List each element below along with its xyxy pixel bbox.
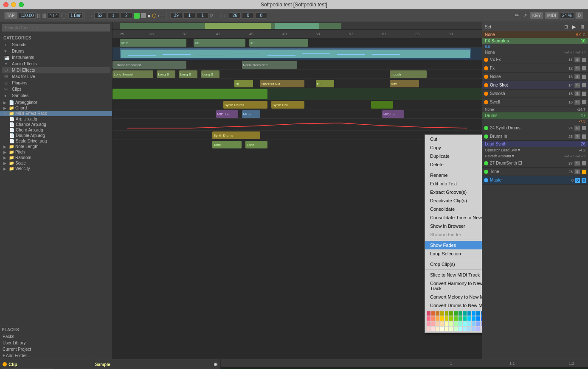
pos2[interactable]: 1 xyxy=(107,12,119,19)
color-swatch[interactable] xyxy=(454,316,458,321)
sidebar-item-audio-effects[interactable]: ✦Audio Effects xyxy=(2,61,110,67)
minimize-button[interactable] xyxy=(11,2,16,7)
track-lane-midi-le[interactable]: MIDI Le Mi Le MIDI Le xyxy=(113,109,482,118)
mixer-record-btn4[interactable] xyxy=(484,83,488,87)
clip-noise-recorded3[interactable]: Noise Recorded xyxy=(242,61,298,69)
cm-consolidate-time[interactable]: Consolidate Time to New Scene xyxy=(425,213,482,222)
close-button[interactable] xyxy=(3,2,8,7)
mixer-dot-1[interactable] xyxy=(582,58,586,62)
color-swatch[interactable] xyxy=(472,316,476,321)
color-swatch[interactable] xyxy=(440,321,444,326)
mixer-dot-6[interactable] xyxy=(582,100,586,104)
tree-item-double-arp[interactable]: 📄Double Arp.adg xyxy=(0,133,112,138)
midi-clip-block[interactable] xyxy=(120,48,471,59)
track-lane-long-swoosh[interactable]: Long Swoosh Long S Long S Long S ...gosh xyxy=(113,70,482,78)
bar-display[interactable]: 1 Bar xyxy=(68,12,83,19)
color-swatch[interactable] xyxy=(454,311,458,316)
color-swatch[interactable] xyxy=(467,327,471,331)
sidebar-item-max-for-live[interactable]: MMax for Live xyxy=(2,73,110,80)
tree-item-chance-arp[interactable]: 📄Chance Arp.adg xyxy=(0,122,112,127)
color-swatch[interactable] xyxy=(431,316,435,321)
sidebar-item-instruments[interactable]: 🎹Instruments xyxy=(2,54,110,61)
clip-gosh[interactable]: ...gosh xyxy=(390,70,427,78)
color-swatch[interactable] xyxy=(436,327,439,331)
color-swatch[interactable] xyxy=(431,321,435,326)
clip-green[interactable] xyxy=(371,101,393,109)
tree-item-midi-effect-rack[interactable]: ▼📁MIDI Effect Rack xyxy=(0,111,112,116)
waveform-area[interactable]: 1 1.1 1.2 1.3 1.4 1.5 1/1 Noise xyxy=(221,359,588,369)
cm-consolidate[interactable]: Consolidate⌘J xyxy=(425,205,482,213)
mixer-record-btn3[interactable] xyxy=(484,75,488,79)
clip-noise-recorded[interactable]: >Bre xyxy=(120,39,186,47)
mixer-btn-1[interactable]: ⊞ xyxy=(563,23,569,30)
mixer-record-btn10[interactable] xyxy=(484,170,488,174)
color-swatch[interactable] xyxy=(481,316,482,321)
cm-convert-harmony[interactable]: Convert Harmony to New MIDI Track xyxy=(425,279,482,293)
color-swatch[interactable] xyxy=(467,311,471,316)
pos1[interactable]: 52 xyxy=(94,12,106,19)
color-swatch[interactable] xyxy=(454,321,458,326)
color-swatch[interactable] xyxy=(454,327,458,331)
sample-expand-icon[interactable]: ⊞ xyxy=(212,361,219,368)
sidebar-item-add-folder[interactable]: + Add Folder... xyxy=(0,352,112,359)
time-sig[interactable]: 4 / 4 xyxy=(48,12,60,19)
mixer-dot-2[interactable] xyxy=(582,66,586,70)
mixer-s-btn5[interactable]: S xyxy=(574,91,580,96)
cm-show-finder[interactable]: Show in Finder xyxy=(425,230,482,239)
mixer-record-btn7[interactable] xyxy=(484,126,488,130)
cm-convert-melody[interactable]: Convert Melody to New MIDI Track xyxy=(425,293,482,301)
clip-midi-le[interactable]: MIDI Le xyxy=(216,110,238,118)
color-swatch[interactable] xyxy=(472,321,476,326)
clip-e[interactable]: >E xyxy=(249,39,308,47)
color-picker[interactable] xyxy=(425,310,482,333)
loop-end[interactable]: 26 xyxy=(229,12,241,19)
color-swatch[interactable] xyxy=(427,327,430,331)
color-swatch[interactable] xyxy=(431,327,435,331)
mixer-s-btn3[interactable]: S xyxy=(574,74,580,79)
color-swatch[interactable] xyxy=(431,311,435,316)
loop-l2[interactable]: 1 xyxy=(197,12,208,19)
loop-e2[interactable]: 0 xyxy=(255,12,267,19)
sidebar-item-plugins[interactable]: ⊕Plug-ins xyxy=(2,80,110,86)
bpm-display[interactable]: 130.00 xyxy=(19,12,36,19)
color-swatch[interactable] xyxy=(459,311,462,316)
sidebar-item-current-project[interactable]: Current Project xyxy=(0,346,112,352)
tree-item-scale[interactable]: ▶📁Scale xyxy=(0,160,112,166)
tree-item-note-length[interactable]: ▶📁Note Length xyxy=(0,144,112,149)
overview-bar[interactable] xyxy=(113,22,482,30)
track-lane-hi[interactable]: HI Reverse Cla HI Rev xyxy=(113,79,482,88)
mixer-dot-3[interactable] xyxy=(582,75,586,79)
color-swatch[interactable] xyxy=(440,316,444,321)
color-swatch[interactable] xyxy=(440,327,444,331)
sidebar-item-sounds[interactable]: ♪Sounds xyxy=(2,42,110,48)
mixer-s-btn10[interactable]: S xyxy=(574,169,580,174)
color-swatch[interactable] xyxy=(449,311,453,316)
track-lane-green-midi[interactable] xyxy=(113,88,482,100)
tree-item-random[interactable]: ▶📁Random xyxy=(0,155,112,160)
clip-reverse-cla[interactable]: Reverse Cla xyxy=(260,80,304,87)
back-btn[interactable]: ⟵ xyxy=(158,13,165,19)
tree-item-chord[interactable]: ▶📁Chord xyxy=(0,105,112,111)
clip-noise-recorded2[interactable]: ...Noise Recorded xyxy=(113,61,186,69)
tree-item-chord-arp[interactable]: 📄Chord Arp.adg xyxy=(0,127,112,133)
clip-hi[interactable]: HI xyxy=(234,80,253,87)
clip-d[interactable]: >D xyxy=(194,39,245,47)
green-midi-clip[interactable] xyxy=(113,89,267,99)
mixer-record-btn[interactable] xyxy=(484,58,488,62)
clip-long-sw4[interactable]: Long S xyxy=(201,70,220,78)
color-swatch[interactable] xyxy=(440,311,444,316)
color-swatch[interactable] xyxy=(476,316,480,321)
d-button[interactable]: D xyxy=(575,12,583,19)
color-swatch[interactable] xyxy=(427,321,430,326)
color-swatch[interactable] xyxy=(463,321,467,326)
color-swatch[interactable] xyxy=(481,321,482,326)
mixer-s-btn[interactable]: S xyxy=(574,57,580,62)
mixer-record-btn6[interactable] xyxy=(484,100,488,104)
color-swatch[interactable] xyxy=(476,327,480,331)
mixer-dot-10[interactable] xyxy=(582,170,586,174)
sidebar-item-midi-effects[interactable]: ⬡MIDI Effects xyxy=(2,67,110,73)
track-lane-automation[interactable] xyxy=(113,119,482,130)
tree-item-scale-driver[interactable]: 📄Scale Driver.adg xyxy=(0,138,112,144)
color-swatch[interactable] xyxy=(467,321,471,326)
track-lane-synth-drums[interactable]: Synth Drums Synth Dru xyxy=(113,100,482,109)
